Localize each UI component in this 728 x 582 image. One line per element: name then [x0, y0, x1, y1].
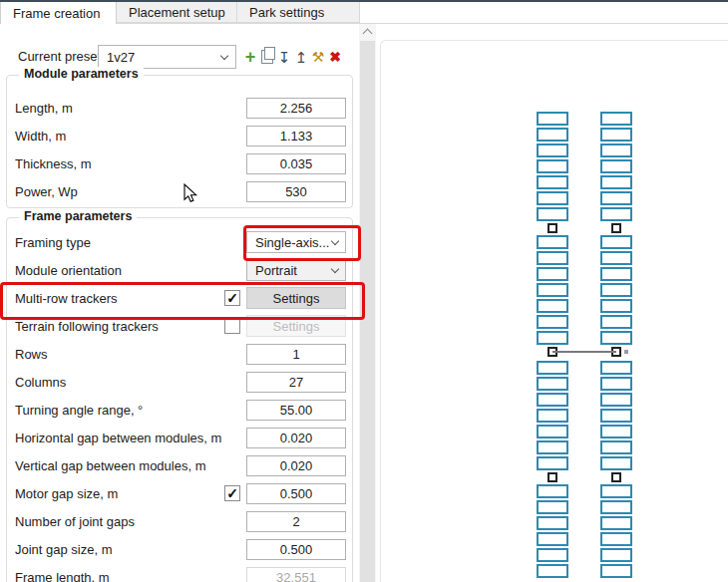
module-parameters-group: Module parameters Length, m Width, m Thi… — [6, 75, 353, 208]
param-row-vertical-gap: Vertical gap between modules, m — [11, 451, 346, 479]
joint-gap-size-input[interactable] — [246, 539, 346, 560]
joint-gaps-count-input[interactable] — [246, 511, 346, 532]
scrollbar-thumb[interactable] — [360, 41, 375, 582]
tab-park-settings[interactable]: Park settings — [237, 2, 360, 23]
param-row-thickness: Thickness, m — [11, 149, 346, 177]
current-preset-value: 1v27 — [107, 50, 135, 65]
frame-creation-panel: Current preset 1v27 + ↧ ↥ ⚒ ✖ Module par… — [0, 24, 359, 582]
field-label: Number of joint gaps — [15, 514, 135, 529]
field-label: Frame length, m — [15, 570, 110, 582]
module-orientation-dropdown[interactable]: Portrait — [246, 259, 346, 281]
param-row-columns: Columns — [11, 368, 346, 396]
field-label: Columns — [15, 375, 66, 390]
param-row-terrain-trackers: Terrain following trackers Settings — [11, 312, 346, 340]
plus-icon: + — [245, 48, 256, 66]
field-label: Framing type — [15, 235, 91, 250]
checkmark-icon: ✓ — [226, 291, 238, 305]
multi-row-controls: ✓ Settings — [224, 287, 346, 309]
power-input[interactable] — [246, 181, 346, 202]
param-row-joint-gaps-count: Number of joint gaps — [11, 507, 346, 535]
field-label: Horizontal gap between modules, m — [15, 431, 221, 445]
width-input[interactable] — [246, 126, 346, 146]
copy-icon — [261, 50, 273, 64]
field-label: Terrain following trackers — [15, 319, 159, 334]
param-row-motor-gap: Motor gap size, m ✓ — [11, 479, 346, 507]
terrain-settings-button: Settings — [246, 315, 346, 337]
multi-row-trackers-checkbox[interactable]: ✓ — [224, 290, 240, 306]
param-row-horizontal-gap: Horizontal gap between modules, m — [11, 424, 346, 451]
preview-panel-border — [380, 40, 728, 582]
motor-gap-input[interactable] — [246, 483, 346, 504]
field-label: Motor gap size, m — [15, 486, 118, 501]
panel-scrollbar[interactable] — [359, 24, 376, 582]
hammer-icon: ⚒ — [312, 50, 325, 64]
chevron-down-icon — [331, 236, 339, 244]
tab-label: Park settings — [249, 5, 324, 20]
frame-length-input — [246, 567, 346, 582]
chevron-down-icon — [220, 51, 228, 59]
copy-preset-button[interactable] — [259, 47, 275, 67]
tab-label: Frame creation — [13, 6, 100, 21]
preset-toolbar: + ↧ ↥ ⚒ ✖ — [242, 45, 343, 69]
group-title: Frame parameters — [19, 209, 137, 223]
current-preset-dropdown[interactable]: 1v27 — [98, 45, 236, 69]
param-row-rows: Rows — [11, 340, 346, 368]
field-label: Rows — [15, 347, 48, 362]
scrollbar-up-button[interactable] — [359, 24, 376, 40]
dropdown-value: Single-axis... — [255, 235, 329, 250]
param-row-length: Length, m — [11, 94, 346, 122]
dropdown-value: Portrait — [255, 263, 297, 278]
chevron-down-icon — [331, 264, 339, 272]
length-input[interactable] — [246, 98, 346, 119]
multi-row-settings-button[interactable]: Settings — [246, 287, 346, 309]
param-row-width: Width, m — [11, 122, 346, 149]
checkmark-icon: ✓ — [226, 486, 238, 500]
terrain-controls: Settings — [224, 315, 346, 337]
param-row-joint-gap-size: Joint gap size, m — [11, 535, 346, 563]
field-label: Turning angle range, ° — [15, 403, 143, 418]
param-row-power: Power, Wp — [11, 177, 346, 205]
field-label: Length, m — [15, 101, 73, 116]
upload-arrow-icon: ↥ — [295, 50, 308, 65]
delete-x-icon: ✖ — [329, 50, 341, 64]
tab-placement-setup[interactable]: Placement setup — [117, 2, 237, 23]
frame-parameters-group: Frame parameters Framing type Single-axi… — [6, 217, 353, 582]
vertical-gap-input[interactable] — [246, 455, 346, 476]
field-label: Width, m — [15, 129, 66, 144]
motor-gap-controls: ✓ — [224, 483, 346, 504]
field-label: Vertical gap between modules, m — [15, 458, 206, 473]
build-preset-button[interactable]: ⚒ — [310, 47, 326, 67]
frame-creation-window: Frame creation Placement setup Park sett… — [0, 0, 728, 582]
horizontal-gap-input[interactable] — [246, 428, 346, 448]
param-row-multi-row-trackers: Multi-row trackers ✓ Settings — [11, 284, 346, 312]
thickness-input[interactable] — [246, 153, 346, 174]
export-preset-button[interactable]: ↥ — [293, 47, 309, 67]
field-label: Multi-row trackers — [15, 291, 118, 306]
current-preset-label: Current preset — [18, 49, 101, 64]
param-row-frame-length: Frame length, m — [11, 563, 346, 582]
tab-label: Placement setup — [129, 5, 225, 20]
chevron-up-icon — [363, 29, 373, 39]
field-label: Thickness, m — [15, 156, 92, 171]
param-row-turning-angle: Turning angle range, ° — [11, 396, 346, 424]
rows-input[interactable] — [246, 344, 346, 365]
download-arrow-icon: ↧ — [278, 50, 291, 65]
param-row-framing-type: Framing type Single-axis... — [11, 228, 346, 256]
param-row-module-orientation: Module orientation Portrait — [11, 256, 346, 284]
turning-angle-input[interactable] — [246, 400, 346, 421]
group-title: Module parameters — [19, 67, 144, 81]
field-label: Power, Wp — [15, 184, 78, 199]
import-preset-button[interactable]: ↧ — [276, 47, 292, 67]
field-label: Joint gap size, m — [15, 542, 113, 557]
tab-frame-creation[interactable]: Frame creation — [0, 2, 117, 24]
add-preset-button[interactable]: + — [242, 47, 258, 67]
field-label: Module orientation — [15, 263, 122, 278]
columns-input[interactable] — [246, 372, 346, 393]
motor-gap-checkbox[interactable]: ✓ — [224, 485, 240, 501]
delete-preset-button[interactable]: ✖ — [327, 47, 343, 67]
terrain-trackers-checkbox[interactable] — [224, 318, 240, 334]
framing-type-dropdown[interactable]: Single-axis... — [246, 231, 346, 253]
